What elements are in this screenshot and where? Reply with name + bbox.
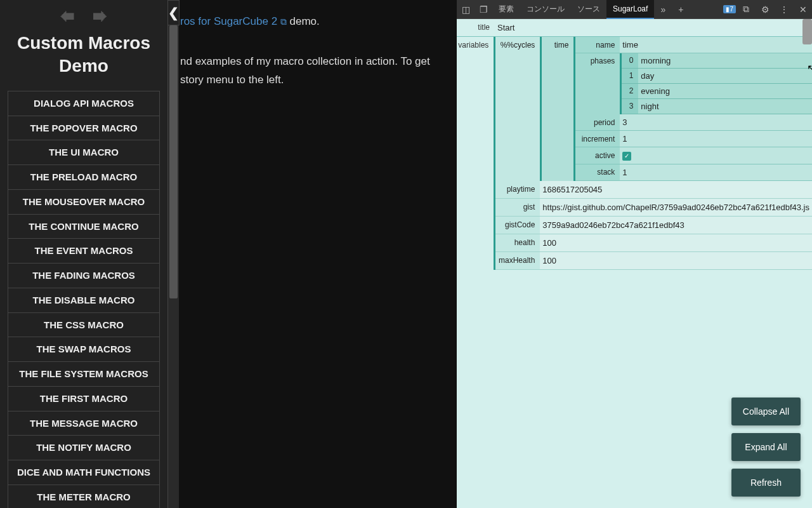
close-icon[interactable]: ✕	[794, 1, 812, 18]
period-label: period	[575, 115, 620, 130]
var-value[interactable]: 1686517205045	[540, 181, 812, 198]
menu-item[interactable]: DICE AND MATH FUNCTIONS	[8, 460, 160, 485]
phase-value[interactable]: day	[638, 69, 812, 83]
phase-index: 3	[622, 99, 638, 114]
active-value[interactable]: ✓	[620, 147, 812, 164]
menu-item[interactable]: THE DISABLE MACRO	[8, 288, 160, 313]
var-key: playtime	[495, 181, 540, 198]
var-value[interactable]: 100	[540, 252, 812, 269]
var-row: playtime1686517205045	[495, 181, 812, 199]
phase-value[interactable]: night	[638, 99, 812, 114]
increment-value[interactable]: 1	[620, 131, 812, 147]
menu-item[interactable]: THE FILE SYSTEM MACROS	[8, 362, 160, 387]
phase-row: 3night	[622, 99, 812, 114]
vars-list: playtime1686517205045gisthttps://gist.gi…	[495, 181, 812, 270]
phase-row: 1day	[622, 69, 812, 84]
inspect-icon[interactable]: ◫	[457, 1, 475, 18]
var-row: maxHealth100	[495, 252, 812, 270]
var-value[interactable]: 3759a9ad0246eb72bc47a621f1edbf43	[540, 217, 812, 234]
issues-badge[interactable]: ▮ 7	[723, 5, 736, 13]
menu-item[interactable]: THE FIRST MACRO	[8, 387, 160, 411]
phases-label: phases	[575, 53, 620, 114]
external-link-icon: ⧉	[280, 17, 287, 27]
var-key: gistCode	[495, 217, 540, 234]
phase-index: 0	[622, 53, 638, 68]
phases-list: 0morning1day2evening3night	[620, 53, 812, 114]
period-value[interactable]: 3	[620, 114, 812, 130]
menu-item[interactable]: THE SWAP MACROS	[8, 337, 160, 362]
more-icon[interactable]: ⋮	[775, 1, 793, 18]
phase-index: 2	[622, 84, 638, 98]
phase-row: 0morning	[622, 53, 812, 69]
stack-value[interactable]: 1	[620, 164, 812, 180]
collapse-all-button[interactable]: Collapse All	[731, 398, 801, 425]
menu-item[interactable]: THE CSS MACRO	[8, 313, 160, 338]
time-key: time	[542, 37, 573, 181]
phase-row: 2evening	[622, 84, 812, 99]
phase-value[interactable]: evening	[638, 84, 812, 98]
menu-item[interactable]: THE EVENT MACROS	[8, 239, 160, 264]
phase-index: 1	[622, 69, 638, 83]
tab-sugarloaf[interactable]: SugarLoaf	[606, 0, 654, 19]
tab-sources[interactable]: ソース	[571, 0, 606, 19]
active-checkbox[interactable]: ✓	[622, 152, 631, 161]
phase-value[interactable]: morning	[638, 53, 812, 68]
menu-item[interactable]: THE PRELOAD MACRO	[8, 165, 160, 190]
forward-arrow-icon[interactable]: 🡆	[90, 6, 110, 27]
menu-list: DIALOG API MACROSTHE POPOVER MACROTHE UI…	[0, 91, 167, 508]
active-label: active	[575, 148, 620, 163]
main-scrollbar[interactable]	[168, 25, 179, 508]
var-key: maxHealth	[495, 252, 540, 269]
settings-link-icon[interactable]: ⧉	[737, 1, 755, 18]
devtools-tabbar: ◫ ❐ 要素 コンソール ソース SugarLoaf » + ▮ 7 ⧉ ⚙ ⋮…	[457, 0, 812, 19]
var-row: gistCode3759a9ad0246eb72bc47a621f1edbf43	[495, 217, 812, 234]
devtools-scrollbar[interactable]	[802, 19, 812, 44]
back-arrow-icon[interactable]: 🡄	[57, 6, 77, 27]
menu-item[interactable]: THE FADING MACROS	[8, 264, 160, 288]
main-content: ros for SugarCube 2 ⧉ demo. nd examples …	[180, 0, 457, 508]
sugarcube-link[interactable]: ros for SugarCube 2 ⧉	[180, 15, 287, 27]
refresh-button[interactable]: Refresh	[731, 469, 801, 497]
title-label: title	[457, 19, 495, 36]
menu-item[interactable]: THE CONTINUE MACRO	[8, 215, 160, 239]
time-name-value[interactable]: time	[620, 37, 812, 53]
var-value[interactable]: 100	[540, 234, 812, 251]
menu-item[interactable]: THE METER MACRO	[8, 485, 160, 508]
var-row: gisthttps://gist.github.com/ChapelR/3759…	[495, 199, 812, 217]
var-key: gist	[495, 199, 540, 216]
line1-after: demo.	[287, 15, 320, 27]
stack-label: stack	[575, 164, 620, 180]
float-buttons: Collapse All Expand All Refresh	[731, 398, 801, 497]
main-scrollbar-thumb[interactable]	[169, 25, 178, 298]
intro-paragraph: nd examples of my macro collection in ac…	[180, 53, 449, 90]
menu-item[interactable]: THE POPOVER MACRO	[8, 116, 160, 141]
sidebar: 🡄 🡆 Custom Macros Demo DIALOG API MACROS…	[0, 0, 168, 508]
expand-all-button[interactable]: Expand All	[731, 433, 801, 461]
var-key: health	[495, 234, 540, 251]
time-name-label: name	[575, 37, 620, 53]
device-toggle-icon[interactable]: ❐	[475, 1, 492, 18]
menu-item[interactable]: THE MOUSEOVER MACRO	[8, 190, 160, 215]
history-nav: 🡄 🡆	[0, 0, 167, 32]
tab-elements[interactable]: 要素	[492, 0, 520, 19]
sidebar-toggle[interactable]: ❮	[168, 0, 180, 25]
var-value[interactable]: https://gist.github.com/ChapelR/3759a9ad…	[540, 199, 812, 216]
menu-item[interactable]: THE NOTIFY MACRO	[8, 436, 160, 460]
gear-icon[interactable]: ⚙	[756, 1, 774, 18]
new-tab-icon[interactable]: +	[672, 1, 690, 18]
cycles-key: %%cycles	[495, 37, 540, 181]
menu-item[interactable]: DIALOG API MACROS	[8, 91, 160, 116]
variables-label: variables	[457, 37, 494, 270]
menu-item[interactable]: THE UI MACRO	[8, 140, 160, 165]
variables-body: %%cycles time name time phases	[494, 37, 812, 270]
tab-console[interactable]: コンソール	[520, 0, 571, 19]
var-row: health100	[495, 234, 812, 252]
sidebar-title: Custom Macros Demo	[0, 32, 167, 91]
increment-label: increment	[575, 131, 620, 147]
tabs-overflow-icon[interactable]: »	[654, 1, 672, 18]
title-value[interactable]: Start	[495, 19, 812, 36]
menu-item[interactable]: THE MESSAGE MACRO	[8, 411, 160, 436]
